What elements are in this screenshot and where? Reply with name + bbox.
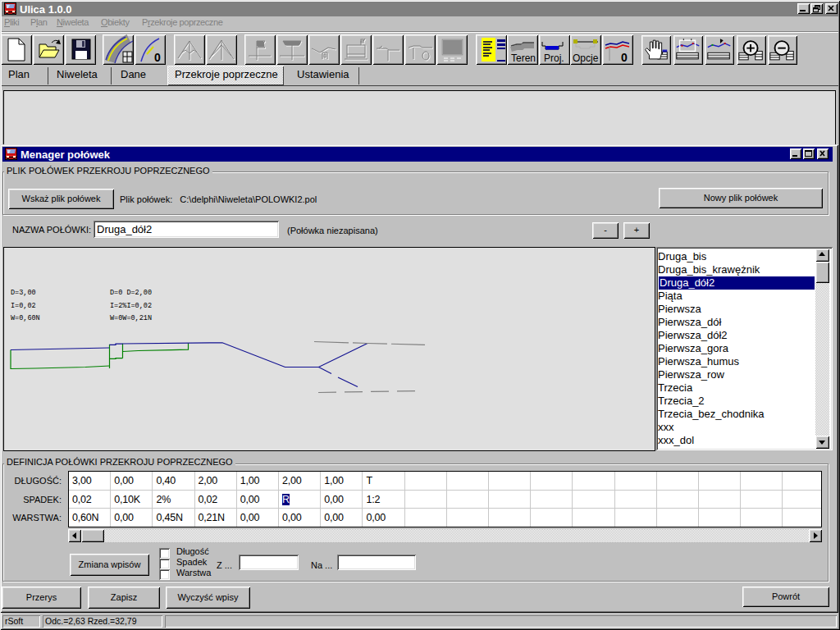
svg-text:D=3,00: D=3,00 bbox=[11, 289, 36, 297]
svg-text:W=0,60N: W=0,60N bbox=[11, 314, 40, 322]
svg-text:Opcje: Opcje bbox=[573, 52, 599, 64]
svg-text:I=2%I=0,02: I=2%I=0,02 bbox=[110, 302, 152, 310]
svg-text:D=0 D=2,00: D=0 D=2,00 bbox=[110, 289, 152, 297]
svg-text:0: 0 bbox=[154, 51, 161, 64]
svg-text:Teren: Teren bbox=[511, 52, 536, 64]
svg-text:W=0W=0,21N: W=0W=0,21N bbox=[110, 314, 152, 322]
svg-text:I=0,02: I=0,02 bbox=[11, 302, 36, 310]
svg-text:Proj.: Proj. bbox=[544, 52, 564, 64]
svg-text:0: 0 bbox=[621, 51, 628, 64]
